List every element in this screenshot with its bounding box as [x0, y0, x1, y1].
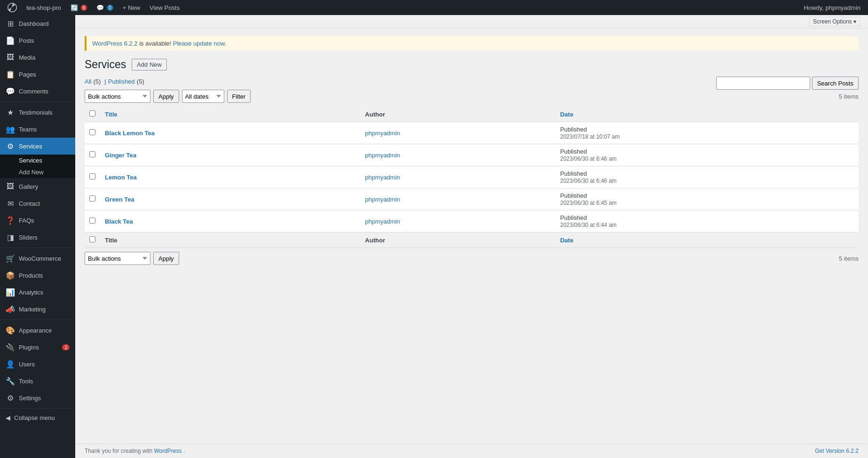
row-check-0[interactable]	[89, 129, 95, 135]
sidebar-item-marketing[interactable]: 📣 Marketing	[0, 301, 75, 318]
row-title-link-4[interactable]: Black Tea	[105, 218, 133, 225]
add-new-button[interactable]: Add New	[132, 59, 167, 70]
sidebar-item-pages[interactable]: 📋 Pages	[0, 66, 75, 83]
footer-wp-link[interactable]: WordPress	[154, 448, 181, 454]
sidebar-item-products[interactable]: 📦 Products	[0, 267, 75, 284]
bulk-actions-select-top[interactable]: Bulk actions	[85, 90, 150, 103]
row-check-1[interactable]	[89, 151, 95, 157]
sidebar-item-label: WooCommerce	[19, 255, 61, 262]
sidebar-item-tools[interactable]: 🔧 Tools	[0, 373, 75, 389]
row-title-link-0[interactable]: Black Lemon Tea	[105, 130, 155, 137]
author-column-header: Author	[360, 107, 555, 122]
all-filter-link[interactable]: All	[85, 78, 91, 85]
adminbar-wp-logo[interactable]	[4, 0, 21, 15]
filter-row-right: Search Posts	[716, 77, 859, 90]
sidebar-item-label: Media	[19, 54, 35, 61]
check-all-checkbox[interactable]	[89, 110, 95, 116]
sidebar-item-users[interactable]: 👤 Users	[0, 356, 75, 373]
footer-version-link[interactable]: Get Version 6.2.2	[815, 448, 859, 454]
row-title-link-2[interactable]: Lemon Tea	[105, 174, 137, 181]
adminbar-site-name[interactable]: tea-shop-pro	[23, 0, 65, 15]
adminbar-view-posts[interactable]: View Posts	[146, 0, 183, 15]
sidebar-item-faqs[interactable]: ❓ FAQs	[0, 212, 75, 229]
row-check-3[interactable]	[89, 195, 95, 202]
search-posts-button[interactable]: Search Posts	[812, 77, 859, 90]
sidebar-item-appearance[interactable]: 🎨 Appearance	[0, 322, 75, 339]
subsubsub: All (5) | Published (5)	[85, 78, 146, 85]
page-footer: Thank you for creating with WordPress . …	[75, 443, 868, 458]
marketing-icon: 📣	[6, 304, 15, 314]
check-all-column-foot	[85, 233, 100, 248]
row-author-4: phpmyadmin	[360, 210, 555, 233]
adminbar-comments[interactable]: 💬 0	[93, 0, 117, 15]
sidebar-item-services[interactable]: ⚙ Services	[0, 138, 75, 155]
sidebar-item-label: Plugins	[19, 344, 39, 351]
update-link[interactable]: Please update now	[173, 40, 225, 47]
sidebar-item-label: Products	[19, 272, 43, 279]
testimonials-icon: ★	[6, 108, 15, 117]
published-filter-link[interactable]: Published	[108, 78, 135, 85]
sidebar-item-teams[interactable]: 👥 Teams	[0, 121, 75, 138]
sidebar-item-label: Teams	[19, 126, 37, 133]
sidebar-item-contact[interactable]: ✉ Contact	[0, 195, 75, 212]
sidebar-item-dashboard[interactable]: ⊞ Dashboard	[0, 15, 75, 32]
sidebar-item-sliders[interactable]: ◨ Sliders	[0, 229, 75, 246]
comments-icon: 💬	[6, 86, 15, 96]
date-sort-link[interactable]: Date	[560, 111, 573, 118]
row-author-link-1[interactable]: phpmyadmin	[365, 152, 400, 159]
sidebar-item-analytics[interactable]: 📊 Analytics	[0, 284, 75, 301]
submenu-item-add-new[interactable]: Add New	[0, 166, 75, 178]
check-all-checkbox-foot[interactable]	[89, 236, 95, 242]
row-check-2[interactable]	[89, 173, 95, 179]
sidebar-item-settings[interactable]: ⚙ Settings	[0, 389, 75, 406]
date-column-footer: Date	[555, 233, 859, 248]
row-title-link-3[interactable]: Green Tea	[105, 196, 134, 203]
table-row: Green Tea phpmyadmin Published 2023/06/3…	[85, 188, 859, 210]
row-author-2: phpmyadmin	[360, 166, 555, 188]
bulk-actions-select-bottom[interactable]: Bulk actions	[85, 252, 150, 265]
page-title-area: Services Add New	[85, 58, 859, 71]
sidebar-item-posts[interactable]: 📄 Posts	[0, 32, 75, 49]
row-date-0: Published 2023/07/18 at 10:07 am	[555, 122, 859, 144]
filter-button[interactable]: Filter	[227, 90, 251, 103]
sidebar-item-media[interactable]: 🖼 Media	[0, 49, 75, 66]
dashboard-icon: ⊞	[6, 19, 15, 28]
sidebar-item-testimonials[interactable]: ★ Testimonials	[0, 104, 75, 121]
wp-version-link[interactable]: WordPress 6.2.2	[92, 40, 138, 47]
collapse-menu-button[interactable]: ◀ Collapse menu	[0, 411, 75, 425]
table-row: Lemon Tea phpmyadmin Published 2023/06/3…	[85, 166, 859, 188]
menu-separator-3	[0, 319, 75, 320]
apply-button-top[interactable]: Apply	[153, 90, 179, 103]
title-column-footer: Title	[100, 233, 360, 248]
sidebar: ⊞ Dashboard 📄 Posts 🖼 Media 📋 Pages 💬 Co…	[0, 15, 75, 458]
adminbar-new[interactable]: + New	[119, 0, 144, 15]
row-checkbox-4	[85, 210, 100, 233]
date-select-top[interactable]: All dates	[182, 90, 224, 103]
sidebar-item-comments[interactable]: 💬 Comments	[0, 83, 75, 100]
submenu-item-services[interactable]: Services	[0, 155, 75, 166]
row-author-link-3[interactable]: phpmyadmin	[365, 196, 400, 203]
faqs-icon: ❓	[6, 216, 15, 225]
search-input[interactable]	[716, 77, 810, 90]
menu-separator-4	[0, 408, 75, 409]
apply-button-bottom[interactable]: Apply	[153, 252, 179, 265]
title-sort-link[interactable]: Title	[105, 111, 118, 118]
woocommerce-icon: 🛒	[6, 254, 15, 263]
footer-thanks: Thank you for creating with WordPress .	[85, 448, 185, 454]
items-count-top: 5 items	[839, 93, 859, 100]
pages-icon: 📋	[6, 70, 15, 79]
screen-options-button[interactable]: Screen Options ▾	[809, 17, 860, 26]
row-title-link-1[interactable]: Ginger Tea	[105, 152, 136, 159]
sidebar-item-plugins[interactable]: 🔌 Plugins 2	[0, 339, 75, 356]
row-author-link-2[interactable]: phpmyadmin	[365, 174, 400, 181]
row-author-link-4[interactable]: phpmyadmin	[365, 218, 400, 225]
sidebar-item-gallery[interactable]: 🖼 Gallery	[0, 178, 75, 195]
adminbar-updates[interactable]: 🔄 6	[67, 0, 91, 15]
row-author-link-0[interactable]: phpmyadmin	[365, 130, 400, 137]
row-check-4[interactable]	[89, 217, 95, 224]
date-column-header: Date	[555, 107, 859, 122]
date-sort-link-foot[interactable]: Date	[560, 237, 573, 244]
row-title-0: Black Lemon Tea	[100, 122, 360, 144]
footer-version: Get Version 6.2.2	[815, 448, 859, 454]
sidebar-item-woocommerce[interactable]: 🛒 WooCommerce	[0, 250, 75, 267]
